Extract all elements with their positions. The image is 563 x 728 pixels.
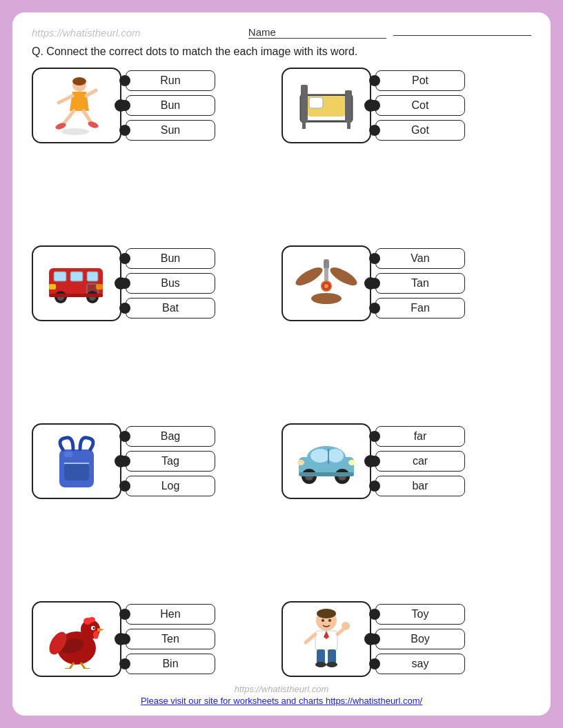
svg-rect-12 (345, 90, 352, 123)
dot-van (369, 253, 380, 264)
words-pot: Pot Cot Got (375, 70, 465, 141)
svg-rect-28 (49, 294, 103, 297)
dot-pot (369, 75, 380, 86)
image-box-boy (282, 601, 371, 677)
right-half-2: Van Tan Fan (282, 245, 531, 321)
svg-rect-20 (87, 272, 98, 281)
word-bun-2: Bun (126, 248, 215, 269)
dot-cot (369, 100, 380, 111)
word-bag: Bag (126, 426, 215, 447)
words-hen: Hen Ten Bin (126, 604, 215, 674)
svg-point-78 (322, 619, 324, 622)
fan-icon (295, 256, 357, 311)
word-bus: Bus (126, 273, 215, 294)
word-pot: Pot (375, 70, 465, 91)
left-half-3: Bag Tag Log (32, 423, 282, 499)
svg-point-76 (315, 662, 326, 667)
image-box-runner (32, 68, 121, 143)
word-sun: Sun (126, 120, 215, 141)
dot-toy (369, 609, 380, 620)
rows-container: Run Bun Sun (32, 68, 531, 681)
bed-icon (295, 78, 357, 133)
right-half-3: far car bar (282, 423, 531, 499)
dot-bar (369, 481, 380, 492)
word-bin: Bin (126, 654, 215, 674)
svg-point-51 (348, 460, 355, 465)
dot-tan (369, 278, 380, 289)
svg-point-9 (61, 128, 89, 135)
bus-icon (46, 258, 108, 310)
match-row-2: Bun Bus Bat (32, 245, 531, 321)
words-bag: Bag Tag Log (126, 426, 215, 496)
dot-say (369, 658, 380, 669)
footer-link[interactable]: Please visit our site for worksheets and… (32, 696, 531, 706)
svg-point-57 (88, 617, 95, 623)
dot-run (119, 75, 130, 86)
question-text: Q. Connect the correct dots to match the… (32, 46, 531, 58)
match-row-4: Hen Ten Bin (32, 601, 531, 677)
dot-ten (119, 634, 130, 645)
word-tag: Tag (126, 451, 215, 472)
svg-point-33 (311, 293, 342, 304)
svg-rect-11 (301, 85, 308, 123)
svg-line-7 (59, 96, 72, 103)
word-run: Run (126, 70, 215, 91)
word-far: far (375, 426, 465, 447)
image-box-bag (32, 423, 121, 499)
word-bat: Bat (126, 298, 215, 318)
car-icon (295, 436, 357, 486)
dot-log (119, 481, 130, 492)
svg-point-68 (317, 609, 336, 618)
svg-rect-22 (49, 284, 56, 290)
dot-bat (119, 303, 130, 314)
svg-point-35 (324, 284, 328, 288)
svg-point-1 (72, 77, 86, 85)
dot-bag (119, 431, 130, 442)
words-boy: Toy Boy say (375, 604, 465, 674)
svg-line-4 (83, 111, 92, 123)
svg-line-71 (306, 634, 315, 643)
svg-point-79 (328, 619, 331, 622)
dot-got (369, 125, 380, 136)
svg-rect-29 (324, 259, 329, 269)
image-box-fan (282, 245, 371, 321)
svg-point-32 (328, 264, 357, 289)
left-half-2: Bun Bus Bat (32, 245, 282, 321)
word-hen: Hen (126, 604, 215, 625)
svg-point-52 (297, 460, 304, 465)
word-got: Got (375, 120, 465, 141)
svg-rect-38 (64, 463, 89, 481)
dot-bun-2 (119, 253, 130, 264)
word-cot: Cot (375, 95, 465, 116)
left-half-4: Hen Ten Bin (32, 601, 282, 677)
word-tan: Tan (375, 273, 465, 294)
words-bus: Bun Bus Bat (126, 248, 215, 318)
word-say: say (375, 654, 465, 674)
word-fan: Fan (375, 298, 465, 318)
word-toy: Toy (375, 604, 465, 625)
image-box-bus (32, 245, 121, 321)
svg-point-73 (342, 622, 350, 630)
svg-point-60 (92, 627, 95, 629)
svg-point-31 (295, 264, 325, 289)
svg-rect-23 (96, 284, 103, 290)
words-fan: Van Tan Fan (375, 248, 465, 318)
left-half-1: Run Bun Sun (32, 68, 282, 143)
boy-icon (299, 608, 354, 670)
header: https://whatistheurl.com Name (32, 26, 531, 39)
word-car: car (375, 451, 465, 472)
dot-boy (369, 634, 380, 645)
image-box-bed (282, 68, 371, 143)
image-box-hen (32, 601, 121, 677)
match-row-1: Run Bun Sun (32, 68, 531, 143)
svg-line-3 (63, 111, 74, 125)
svg-rect-50 (299, 472, 354, 476)
dot-car (369, 456, 380, 467)
svg-rect-40 (64, 452, 72, 457)
dot-far (369, 431, 380, 442)
bag-icon (49, 432, 104, 491)
image-box-car (282, 423, 371, 499)
dot-bus (119, 278, 130, 289)
word-boy: Boy (375, 629, 465, 649)
words-run: Run Bun Sun (126, 70, 215, 141)
